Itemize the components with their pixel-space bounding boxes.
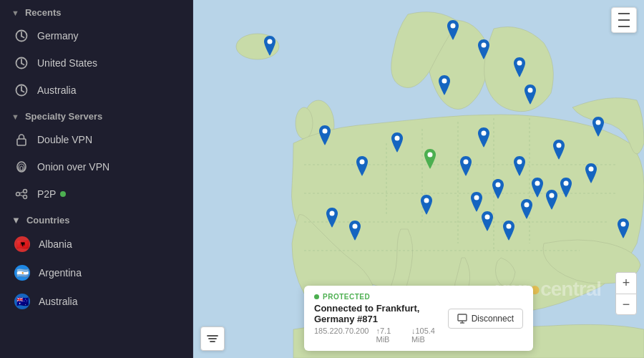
svg-point-35 [442, 79, 447, 84]
pin-albania-map[interactable] [479, 211, 495, 231]
sidebar-item-p2p[interactable]: P2P [0, 180, 192, 208]
sidebar-item-germany-label: Germany [37, 30, 79, 42]
svg-point-37 [323, 129, 328, 134]
albania-flag: 🇦🇱 [14, 236, 30, 252]
pin-hungary[interactable] [490, 179, 506, 199]
sidebar-item-argentina-label: Argentina [39, 267, 82, 279]
svg-point-40 [428, 153, 433, 158]
pin-baltic[interactable] [522, 84, 538, 105]
zoom-controls: + − [615, 272, 637, 315]
zoom-in-button[interactable]: + [615, 272, 637, 294]
disconnect-label: Disconnect [472, 314, 514, 324]
svg-point-54 [330, 211, 335, 216]
ip-address: 185.220.70.200 [314, 326, 369, 344]
pin-romania[interactable] [512, 156, 527, 176]
countries-label: Countries [26, 215, 70, 226]
sidebar-item-argentina[interactable]: 🇦🇷 Argentina [0, 258, 192, 287]
svg-point-49 [525, 203, 530, 208]
sidebar-item-united-states-label: United States [37, 57, 97, 69]
pin-serbia[interactable] [469, 192, 484, 212]
pin-finland[interactable] [512, 57, 527, 77]
specialty-section-header[interactable]: ▼ Specialty Servers [0, 104, 192, 126]
sidebar-item-australia-recent[interactable]: Australia [0, 77, 192, 104]
sidebar-item-australia-recent-label: Australia [37, 84, 76, 96]
pin-portugal[interactable] [347, 221, 363, 241]
pin-italy[interactable] [419, 195, 434, 215]
svg-point-45 [596, 120, 601, 125]
protected-label: PROTECTED [314, 293, 448, 301]
pin-moldova[interactable] [530, 178, 545, 198]
svg-point-53 [485, 215, 490, 220]
countries-section-header[interactable]: ▼ Countries [0, 208, 192, 230]
sidebar-item-albania[interactable]: 🇦🇱 Albania [0, 230, 192, 258]
menu-button[interactable] [611, 7, 637, 33]
pin-uk[interactable] [317, 125, 333, 145]
svg-point-21 [296, 107, 313, 139]
pin-bulgaria[interactable] [519, 199, 535, 219]
svg-point-55 [353, 224, 358, 229]
sidebar-item-p2p-label: P2P [37, 188, 56, 200]
monitor-icon [457, 314, 467, 324]
svg-line-16 [19, 192, 23, 193]
pin-greece[interactable] [501, 221, 517, 241]
pin-far-east[interactable] [615, 218, 631, 238]
svg-point-39 [482, 131, 487, 136]
svg-point-34 [517, 61, 522, 66]
sidebar-item-double-vpn-label: Double VPN [37, 134, 92, 145]
clock-icon-germany [14, 29, 29, 43]
svg-point-52 [507, 224, 512, 229]
download-stat: ↓105.4 MiB [411, 326, 448, 344]
pin-sweden[interactable] [476, 39, 492, 59]
svg-point-33 [482, 43, 487, 48]
sidebar-item-australia-country[interactable]: 🇦🇺 Australia [0, 287, 192, 316]
svg-point-36 [528, 88, 533, 93]
lock-icon-double-vpn [14, 132, 29, 147]
sidebar-item-germany[interactable]: Germany [0, 22, 192, 49]
pin-extra1[interactable] [544, 190, 560, 210]
specialty-chevron: ▼ [11, 112, 19, 121]
svg-point-32 [451, 24, 456, 29]
clock-icon-united-states [14, 56, 29, 70]
hamburger-line-2 [618, 19, 630, 21]
protected-text: PROTECTED [323, 293, 370, 301]
disconnect-button[interactable]: Disconnect [448, 309, 523, 329]
pin-denmark[interactable] [436, 75, 452, 95]
pin-norway[interactable] [445, 20, 461, 40]
pin-russia[interactable] [590, 117, 606, 137]
pin-netherlands[interactable] [389, 132, 405, 153]
filter-button[interactable] [200, 326, 225, 351]
svg-point-31 [268, 39, 273, 44]
pin-spain[interactable] [324, 208, 340, 228]
pin-extra2[interactable] [558, 178, 574, 198]
svg-rect-9 [17, 139, 26, 145]
pin-ukraine[interactable] [551, 140, 567, 160]
sidebar-item-onion-vpn[interactable]: Onion over VPN [0, 153, 192, 180]
svg-point-38 [395, 136, 400, 141]
onion-icon [14, 160, 29, 174]
sidebar-item-australia-country-label: Australia [39, 296, 77, 307]
svg-point-58 [564, 181, 569, 186]
pin-turkey[interactable] [583, 163, 599, 183]
pin-iceland[interactable] [262, 36, 278, 56]
pin-czech[interactable] [458, 156, 474, 176]
pin-germany-active[interactable] [422, 149, 438, 169]
pin-poland[interactable] [476, 127, 492, 147]
specialty-label: Specialty Servers [25, 111, 102, 122]
australia-flag: 🇦🇺 [14, 294, 30, 309]
map-area[interactable]: + − vpn●central PROTECTED Connected to F… [193, 0, 644, 358]
sidebar-item-united-states[interactable]: United States [0, 49, 192, 77]
status-card: PROTECTED Connected to Frankfurt, German… [304, 286, 533, 351]
svg-point-44 [557, 143, 562, 148]
argentina-flag: 🇦🇷 [14, 265, 30, 281]
pin-france[interactable] [354, 156, 370, 176]
sidebar: ▼ Recents Germany United States [0, 0, 193, 358]
recents-section-header[interactable]: ▼ Recents [0, 0, 192, 22]
svg-line-8 [21, 91, 24, 92]
protected-dot [314, 294, 319, 299]
svg-point-46 [589, 167, 594, 172]
sidebar-item-double-vpn[interactable]: Double VPN [0, 126, 192, 153]
p2p-active-dot [60, 191, 66, 197]
svg-point-47 [496, 183, 501, 188]
zoom-out-button[interactable]: − [615, 294, 637, 315]
svg-point-57 [550, 193, 555, 198]
